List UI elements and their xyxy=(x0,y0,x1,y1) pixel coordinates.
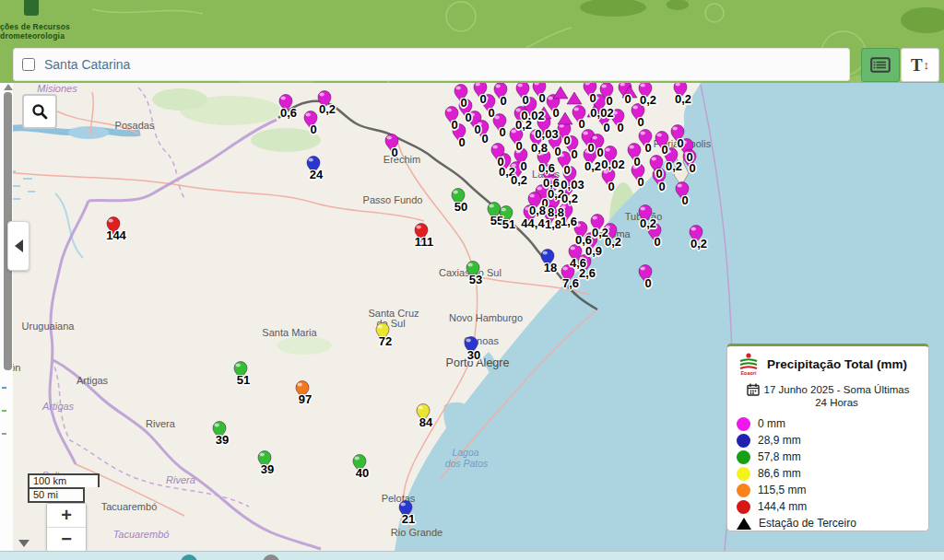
legend-item: 115,5 mm xyxy=(737,482,919,498)
precip-marker[interactable] xyxy=(650,166,668,188)
legend-color-swatch xyxy=(737,467,750,481)
precip-marker[interactable] xyxy=(636,262,655,285)
precip-marker[interactable] xyxy=(582,230,600,252)
precip-marker[interactable] xyxy=(383,132,401,154)
precip-marker[interactable] xyxy=(104,215,123,237)
zoom-out-button[interactable]: − xyxy=(47,528,86,551)
station-marker[interactable] xyxy=(621,85,638,99)
panel-tick xyxy=(2,410,6,412)
station-marker[interactable] xyxy=(536,106,552,120)
precip-marker[interactable] xyxy=(490,111,509,134)
precip-marker[interactable] xyxy=(277,92,295,114)
legend-item-label: 144,4 mm xyxy=(758,500,807,513)
search-checkbox[interactable] xyxy=(22,58,35,71)
legend-item-label: 0 mm xyxy=(758,417,785,430)
precip-marker[interactable] xyxy=(315,88,334,111)
text-size-arrows-icon: ↕ xyxy=(924,58,930,72)
epagri-logo: Epagri xyxy=(737,353,761,375)
legend-item-station: Estação de Terceiro xyxy=(737,515,919,531)
scale-mi: 50 mi xyxy=(28,487,85,503)
precip-marker[interactable] xyxy=(629,161,647,183)
map-search-button[interactable] xyxy=(22,94,57,129)
precip-marker[interactable] xyxy=(521,203,539,225)
legend-item: 28,9 mm xyxy=(737,432,919,449)
zoom-in-button[interactable]: + xyxy=(47,504,86,528)
precip-marker[interactable] xyxy=(473,118,491,140)
precip-marker[interactable] xyxy=(462,334,480,356)
layers-list-button[interactable] xyxy=(861,48,900,82)
precip-marker[interactable] xyxy=(629,101,647,123)
scrollbar-up-arrow[interactable] xyxy=(4,84,13,90)
precip-marker[interactable] xyxy=(450,122,468,144)
legend-date: 17 Junho 2025 - Soma Últimas 24 Horas xyxy=(764,383,910,409)
precip-marker[interactable] xyxy=(293,379,312,401)
chevron-left-icon xyxy=(15,239,23,252)
app-header: ções de Recursos drometeorologia Santa C… xyxy=(0,0,944,83)
brand-logo-line1: ções de Recursos xyxy=(0,22,70,31)
precip-marker[interactable] xyxy=(449,186,467,208)
precip-marker[interactable] xyxy=(507,159,525,181)
calendar-icon xyxy=(747,383,760,396)
precip-marker[interactable] xyxy=(255,449,274,471)
precip-marker[interactable] xyxy=(497,204,515,226)
precip-marker[interactable] xyxy=(625,141,643,163)
legend-color-swatch xyxy=(737,484,750,497)
precip-marker[interactable] xyxy=(601,221,620,243)
precip-marker[interactable] xyxy=(559,262,577,285)
precip-marker[interactable] xyxy=(581,146,599,168)
legend-panel: Epagri Precipitação Total (mm) 17 Junho … xyxy=(726,344,929,531)
precip-marker[interactable] xyxy=(231,359,250,381)
precip-marker[interactable] xyxy=(210,419,229,441)
legend-color-swatch xyxy=(737,434,750,448)
precip-marker[interactable] xyxy=(575,252,594,274)
precip-marker[interactable] xyxy=(412,221,431,243)
legend-title: Precipitação Total (mm) xyxy=(767,357,907,371)
bottom-gray-button[interactable] xyxy=(263,554,279,560)
legend-item: 144,4 mm xyxy=(737,498,919,515)
precip-marker[interactable] xyxy=(489,141,507,163)
legend-station-label: Estação de Terceiro xyxy=(759,517,856,530)
station-marker[interactable] xyxy=(557,111,573,125)
scrollbar-down-arrow[interactable] xyxy=(18,540,30,547)
brand-logo-mark xyxy=(24,0,39,16)
text-size-button[interactable]: T↕ xyxy=(901,48,939,82)
brand-logo-text: ções de Recursos drometeorologia xyxy=(0,22,70,41)
precip-marker[interactable] xyxy=(601,144,620,166)
precip-marker[interactable] xyxy=(304,154,323,176)
precip-marker[interactable] xyxy=(396,498,415,520)
precip-marker[interactable] xyxy=(680,147,699,169)
legend-item-label: 86,6 mm xyxy=(758,467,801,480)
legend-color-swatch xyxy=(737,417,750,431)
bottom-teal-button[interactable] xyxy=(181,554,197,560)
precip-marker[interactable] xyxy=(507,125,525,147)
station-marker[interactable] xyxy=(586,104,603,118)
precip-marker[interactable] xyxy=(599,166,618,188)
station-search-bar[interactable]: Santa Catarina xyxy=(13,48,850,81)
legend-item: 57,8 mm xyxy=(737,449,919,465)
precip-marker[interactable] xyxy=(673,180,691,202)
text-size-letter: T xyxy=(911,55,923,76)
list-icon xyxy=(870,57,891,73)
legend-item-label: 57,8 mm xyxy=(758,450,801,463)
station-marker[interactable] xyxy=(566,91,583,105)
precip-marker[interactable] xyxy=(512,104,530,126)
precip-marker[interactable] xyxy=(350,452,369,474)
brand-logo-line2: drometeorologia xyxy=(0,31,70,41)
scale-km: 100 km xyxy=(28,473,100,487)
precip-marker[interactable] xyxy=(414,402,432,424)
precip-marker[interactable] xyxy=(687,223,705,245)
legend-color-swatch xyxy=(737,500,750,514)
precip-marker[interactable] xyxy=(538,247,557,269)
precip-marker[interactable] xyxy=(608,107,627,129)
precip-marker[interactable] xyxy=(301,109,320,131)
precip-marker[interactable] xyxy=(373,321,392,343)
search-icon xyxy=(31,103,48,120)
panel-collapse-handle[interactable] xyxy=(7,221,30,271)
precip-marker[interactable] xyxy=(464,259,482,281)
legend-color-swatch xyxy=(737,450,750,464)
search-label: Santa Catarina xyxy=(44,57,130,72)
precip-marker[interactable] xyxy=(527,127,546,149)
precip-marker[interactable] xyxy=(645,221,664,243)
precip-marker[interactable] xyxy=(662,146,680,168)
map-scale-bar: 100 km 50 mi xyxy=(28,473,100,503)
